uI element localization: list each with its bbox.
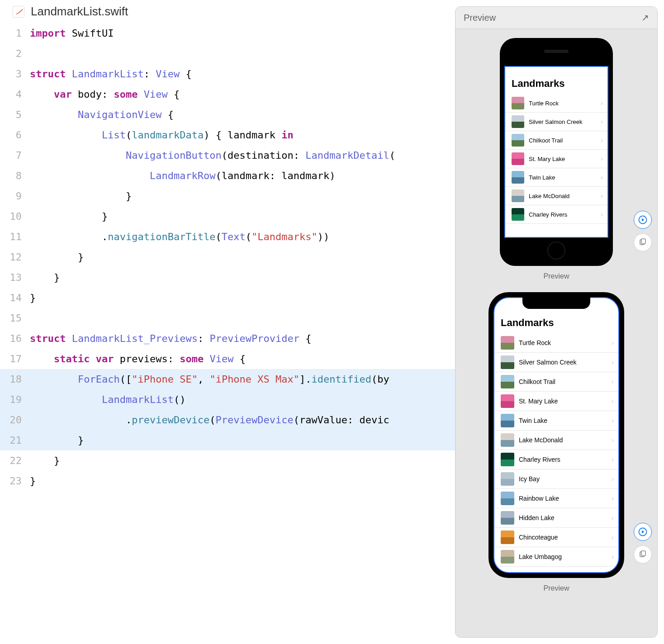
list-row[interactable]: Twin Lake› [494,411,618,431]
code-content[interactable]: } [30,247,455,267]
code-line[interactable]: 8 LandmarkRow(landmark: landmark) [0,166,455,186]
list-row[interactable]: Silver Salmon Creek› [494,353,618,372]
code-line[interactable]: 19 LandmarkList() [0,389,455,410]
code-line[interactable]: 10 } [0,206,455,227]
landmark-name: Lake Umbagog [519,553,607,560]
list-row[interactable]: Twin Lake› [505,168,607,187]
code-line[interactable]: 7 NavigationButton(destination: Landmark… [0,145,455,166]
landmark-thumbnail [501,453,514,466]
live-preview-button[interactable] [634,523,652,541]
code-line[interactable]: 23} [0,471,455,491]
code-content[interactable]: } [30,471,455,491]
list-row[interactable]: Charley Rivers› [494,450,618,469]
code-content[interactable]: .navigationBarTitle(Text("Landmarks")) [30,227,455,247]
code-content[interactable]: struct LandmarkList_Previews: PreviewPro… [30,328,455,349]
list-row[interactable]: St. Mary Lake› [505,150,607,168]
line-number: 18 [0,369,30,389]
code-content[interactable]: List(landmarkData) { landmark in [30,125,455,145]
device-frame-se: Landmarks Turtle Rock›Silver Salmon Cree… [500,38,613,266]
code-content[interactable]: } [30,267,455,288]
code-content[interactable]: } [30,288,455,308]
list-row[interactable]: Chilkoot Trail› [505,131,607,150]
code-line[interactable]: 9 } [0,186,455,206]
list-row[interactable]: Lake McDonald› [505,187,607,205]
code-line[interactable]: 21 } [0,430,455,450]
code-content[interactable]: NavigationView { [30,104,455,125]
code-content[interactable]: ForEach(["iPhone SE", "iPhone XS Max"].i… [30,369,455,389]
code-content[interactable]: import SwiftUI [30,23,455,43]
line-number: 10 [0,206,30,227]
code-content[interactable]: LandmarkList() [30,389,455,410]
line-number: 23 [0,471,30,491]
code-line[interactable]: 16struct LandmarkList_Previews: PreviewP… [0,328,455,349]
duplicate-preview-button[interactable] [634,545,652,564]
code-content[interactable]: .previewDevice(PreviewDevice(rawValue: d… [30,410,455,430]
list-row[interactable]: Lake Umbagog› [494,547,618,567]
code-line[interactable]: 22 } [0,450,455,471]
code-line[interactable]: 11 .navigationBarTitle(Text("Landmarks")… [0,227,455,247]
landmark-thumbnail [512,115,524,128]
code-content[interactable] [30,43,455,64]
device-screen[interactable]: Landmarks Turtle Rock›Silver Salmon Cree… [504,66,608,238]
landmark-thumbnail [501,511,514,525]
list-row[interactable]: Hidden Lake› [494,508,618,528]
code-line[interactable]: 18 ForEach(["iPhone SE", "iPhone XS Max"… [0,369,455,389]
list-row[interactable]: Lake McDonald› [494,431,618,450]
code-line[interactable]: 4 var body: some View { [0,84,455,104]
landmark-thumbnail [501,550,514,564]
line-number: 19 [0,389,30,410]
code-content[interactable]: var body: some View { [30,84,455,104]
line-number: 4 [0,84,30,104]
code-content[interactable]: } [30,186,455,206]
line-number: 16 [0,328,30,349]
list-row[interactable]: St. Mary Lake› [494,392,618,411]
code-line[interactable]: 6 List(landmarkData) { landmark in [0,125,455,145]
list-row[interactable]: Charley Rivers› [505,205,607,224]
landmark-thumbnail [512,97,524,109]
chevron-right-icon: › [601,174,603,181]
device-screen[interactable]: Landmarks Turtle Rock›Silver Salmon Cree… [493,297,619,573]
line-number: 14 [0,288,30,308]
duplicate-icon [639,550,647,559]
code-line[interactable]: 2 [0,43,455,64]
preview-popout-icon[interactable]: ↗ [641,12,649,23]
landmark-thumbnail [501,472,514,486]
live-preview-button[interactable] [634,211,652,229]
list-row[interactable]: Turtle Rock› [505,94,607,113]
preview-caption: Preview [462,584,651,592]
nav-title: Landmarks [505,67,607,94]
landmark-name: Lake McDonald [519,436,607,444]
code-editor-pane: ୵ LandmarkList.swift 1import SwiftUI23st… [0,0,455,644]
list-row[interactable]: Chilkoot Trail› [494,372,618,392]
landmark-thumbnail [501,492,514,505]
code-line[interactable]: 1import SwiftUI [0,23,455,43]
code-area[interactable]: 1import SwiftUI23struct LandmarkList: Vi… [0,23,455,644]
code-line[interactable]: 14} [0,288,455,308]
code-line[interactable]: 20 .previewDevice(PreviewDevice(rawValue… [0,410,455,430]
code-line[interactable]: 3struct LandmarkList: View { [0,64,455,84]
list-row[interactable]: Turtle Rock› [494,333,618,353]
code-content[interactable] [30,308,455,328]
landmark-name: Silver Salmon Creek [529,118,596,125]
list-row[interactable]: Icy Bay› [494,469,618,489]
code-content[interactable]: } [30,450,455,471]
list-row[interactable]: Chincoteague› [494,528,618,547]
code-content[interactable]: struct LandmarkList: View { [30,64,455,84]
code-line[interactable]: 15 [0,308,455,328]
code-content[interactable]: static var previews: some View { [30,349,455,369]
code-line[interactable]: 13 } [0,267,455,288]
list-row[interactable]: Silver Salmon Creek› [505,113,607,131]
code-line[interactable]: 5 NavigationView { [0,104,455,125]
code-line[interactable]: 17 static var previews: some View { [0,349,455,369]
code-line[interactable]: 12 } [0,247,455,267]
code-content[interactable]: LandmarkRow(landmark: landmark) [30,166,455,186]
duplicate-preview-button[interactable] [634,233,652,251]
code-content[interactable]: } [30,206,455,227]
list-row[interactable]: Rainbow Lake› [494,489,618,508]
code-content[interactable]: NavigationButton(destination: LandmarkDe… [30,145,455,166]
preview-header-title: Preview [464,13,496,23]
landmark-thumbnail [512,134,524,147]
landmark-name: Twin Lake [519,417,607,424]
line-number: 9 [0,186,30,206]
code-content[interactable]: } [30,430,455,450]
